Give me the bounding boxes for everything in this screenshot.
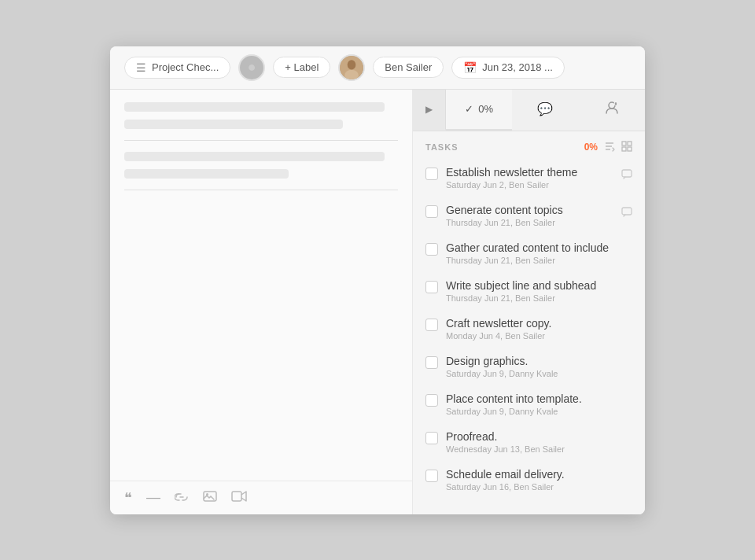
tab-comments[interactable]: 💬 xyxy=(512,90,578,131)
toolbar: ❝ — xyxy=(110,481,412,514)
task-checkbox-2[interactable] xyxy=(425,205,438,218)
svg-rect-15 xyxy=(628,147,632,151)
task-meta-9: Saturday Jun 16, Ben Sailer xyxy=(446,482,632,492)
person-icon xyxy=(605,101,619,118)
task-comment-icon-2 xyxy=(621,207,632,219)
task-item: Gather curated content to includeThursda… xyxy=(421,234,637,272)
task-item: Proofread.Wednesday Jun 13, Ben Sailer xyxy=(421,423,637,461)
text-placeholder-1 xyxy=(124,102,385,112)
checklist-button[interactable]: ☰ Project Chec... xyxy=(124,57,230,79)
task-title-9: Schedule email delivery. xyxy=(446,468,632,481)
task-checkbox-9[interactable] xyxy=(425,470,438,482)
svg-rect-5 xyxy=(232,492,241,501)
tab-tasks[interactable]: ✓ 0% xyxy=(446,90,512,131)
task-item: Place content into template.Saturday Jun… xyxy=(421,385,637,423)
tabs-bar: ▶ ✓ 0% 💬 xyxy=(413,90,645,131)
svg-rect-12 xyxy=(622,142,626,146)
task-checkbox-6[interactable] xyxy=(425,356,438,369)
sort-icon[interactable] xyxy=(604,141,615,154)
tab-assignees[interactable] xyxy=(579,90,645,131)
header-bar: ☰ Project Chec... ● + Label Ben Sailer 📅… xyxy=(110,46,645,90)
task-meta-5: Monday Jun 4, Ben Sailer xyxy=(446,331,632,341)
task-item: Establish newsletter themeSaturday Jun 2… xyxy=(421,159,637,197)
text-placeholder-2 xyxy=(124,120,343,129)
avatar-image xyxy=(340,56,363,79)
comment-icon: 💬 xyxy=(537,101,553,116)
text-placeholder-4 xyxy=(124,169,289,179)
svg-point-2 xyxy=(344,69,359,80)
add-label-text: + Label xyxy=(285,61,319,73)
task-content-7: Place content into template.Saturday Jun… xyxy=(446,392,632,416)
tasks-label: TASKS xyxy=(425,142,578,152)
checklist-icon: ☰ xyxy=(136,61,146,74)
svg-rect-17 xyxy=(622,208,632,215)
image-icon[interactable] xyxy=(203,489,217,506)
task-meta-1: Saturday Jun 2, Ben Sailer xyxy=(446,180,613,190)
label-avatar[interactable]: ● xyxy=(238,54,265,81)
task-checkbox-7[interactable] xyxy=(425,394,438,407)
add-label-button[interactable]: + Label xyxy=(273,57,330,78)
tab-arrow[interactable]: ▶ xyxy=(413,90,446,131)
divider-icon[interactable]: — xyxy=(146,489,160,506)
task-content-2: Generate content topicsThursday Jun 21, … xyxy=(446,204,613,227)
divider-2 xyxy=(124,190,398,190)
task-meta-6: Saturday Jun 9, Danny Kvale xyxy=(446,369,632,378)
task-content-1: Establish newsletter themeSaturday Jun 2… xyxy=(446,166,613,190)
date-label: Jun 23, 2018 ... xyxy=(482,61,553,73)
checklist-label: Project Chec... xyxy=(152,61,219,73)
task-content-3: Gather curated content to includeThursda… xyxy=(446,241,632,265)
user-name-button[interactable]: Ben Sailer xyxy=(373,57,444,78)
svg-point-1 xyxy=(348,60,356,69)
text-placeholder-3 xyxy=(124,152,385,161)
task-content-8: Proofread.Wednesday Jun 13, Ben Sailer xyxy=(446,430,632,454)
task-content-4: Write subject line and subheadThursday J… xyxy=(446,279,632,303)
date-button[interactable]: 📅 Jun 23, 2018 ... xyxy=(451,57,565,79)
task-title-2: Generate content topics xyxy=(446,204,613,216)
divider-1 xyxy=(124,140,398,141)
left-content xyxy=(110,90,412,481)
task-checkbox-4[interactable] xyxy=(425,281,438,293)
task-checkbox-5[interactable] xyxy=(425,319,438,331)
task-content-5: Craft newsletter copy.Monday Jun 4, Ben … xyxy=(446,317,632,341)
arrow-icon: ▶ xyxy=(425,104,433,115)
main-card: ☰ Project Chec... ● + Label Ben Sailer 📅… xyxy=(110,46,645,514)
task-comment-icon-1 xyxy=(621,169,632,182)
task-meta-8: Wednesday Jun 13, Ben Sailer xyxy=(446,444,632,454)
link-icon[interactable] xyxy=(175,489,189,506)
task-item: Write subject line and subheadThursday J… xyxy=(421,272,637,310)
grid-icon[interactable] xyxy=(621,141,632,154)
task-meta-2: Thursday Jun 21, Ben Sailer xyxy=(446,218,613,227)
task-title-3: Gather curated content to include xyxy=(446,241,632,254)
calendar-icon: 📅 xyxy=(463,61,477,74)
tasks-percent: 0% xyxy=(584,142,598,153)
task-title-6: Design graphics. xyxy=(446,355,632,367)
svg-rect-13 xyxy=(628,142,632,146)
body-container: ❝ — xyxy=(110,90,645,514)
svg-rect-14 xyxy=(622,147,626,151)
task-title-7: Place content into template. xyxy=(446,392,632,405)
task-meta-3: Thursday Jun 21, Ben Sailer xyxy=(446,256,632,265)
task-item: Design graphics.Saturday Jun 9, Danny Kv… xyxy=(421,348,637,385)
task-checkbox-1[interactable] xyxy=(425,168,438,180)
avatar-placeholder: ● xyxy=(248,59,256,76)
task-item: Schedule email delivery.Saturday Jun 16,… xyxy=(421,461,637,499)
task-title-5: Craft newsletter copy. xyxy=(446,317,632,330)
user-name-label: Ben Sailer xyxy=(385,61,432,73)
task-item: Craft newsletter copy.Monday Jun 4, Ben … xyxy=(421,310,637,348)
task-list: Establish newsletter themeSaturday Jun 2… xyxy=(413,159,645,499)
tasks-header: TASKS 0% xyxy=(413,131,645,159)
tab-tasks-label: 0% xyxy=(478,103,493,115)
left-panel: ❝ — xyxy=(110,90,413,514)
video-icon[interactable] xyxy=(231,489,247,506)
quote-icon[interactable]: ❝ xyxy=(124,489,132,507)
task-meta-7: Saturday Jun 9, Danny Kvale xyxy=(446,407,632,416)
user-avatar[interactable] xyxy=(338,54,365,81)
task-checkbox-3[interactable] xyxy=(425,243,438,256)
svg-rect-16 xyxy=(622,170,632,177)
checkmark-icon: ✓ xyxy=(465,103,473,115)
task-title-1: Establish newsletter theme xyxy=(446,166,613,179)
tasks-controls xyxy=(604,141,632,154)
task-checkbox-8[interactable] xyxy=(425,432,438,444)
task-title-8: Proofread. xyxy=(446,430,632,443)
task-content-9: Schedule email delivery.Saturday Jun 16,… xyxy=(446,468,632,492)
